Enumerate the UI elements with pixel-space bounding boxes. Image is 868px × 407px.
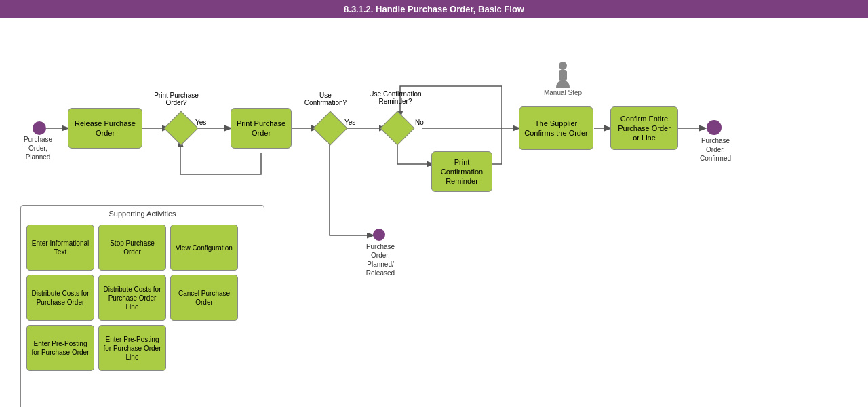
- diamond-use-conf-rem-label: Use Confirmation Reminder?: [365, 90, 426, 105]
- sup-enter-pre-posting-po[interactable]: Enter Pre-Posting for Purchase Order: [26, 325, 94, 371]
- manual-step-container: Manual Step: [542, 60, 583, 96]
- diagram-area: Purchase Order, Planned Release Purchase…: [0, 18, 868, 405]
- diamond-use-conf-label: Use Confirmation?: [298, 92, 353, 106]
- sup-distribute-costs-po-line[interactable]: Distribute Costs for Purchase Order Line: [98, 275, 166, 321]
- state-po-planned-released: Purchase Order, Planned/ Released: [357, 242, 404, 277]
- title-text: 8.3.1.2. Handle Purchase Order, Basic Fl…: [344, 4, 524, 14]
- node-release-po[interactable]: Release Purchase Order: [68, 108, 142, 149]
- svg-point-8: [559, 62, 567, 70]
- start-circle: [33, 121, 46, 135]
- svg-rect-9: [559, 70, 567, 81]
- sup-stop-po[interactable]: Stop Purchase Order: [98, 225, 166, 271]
- diamond-use-conf-q: [313, 111, 348, 146]
- sup-empty: [170, 325, 238, 371]
- sup-cancel-po[interactable]: Cancel Purchase Order: [170, 275, 238, 321]
- sup-enter-pre-posting-po-line[interactable]: Enter Pre-Posting for Purchase Order Lin…: [98, 325, 166, 371]
- end-circle: [707, 120, 722, 135]
- node-confirm-entire[interactable]: Confirm Entire Purchase Order or Line: [610, 106, 678, 150]
- diamond-print-label: Print Purchase Order?: [149, 92, 203, 106]
- node-supplier-confirms[interactable]: The Supplier Confirms the Order: [519, 106, 593, 150]
- node-print-conf-reminder[interactable]: Print Confirmation Reminder: [431, 151, 492, 192]
- sup-distribute-costs-po[interactable]: Distribute Costs for Purchase Order: [26, 275, 94, 321]
- title-bar: 8.3.1.2. Handle Purchase Order, Basic Fl…: [0, 0, 868, 18]
- diamond-print-q: [164, 111, 199, 146]
- sup-enter-informational[interactable]: Enter Informational Text: [26, 225, 94, 271]
- supporting-title: Supporting Activities: [21, 210, 264, 218]
- state-po-planned: Purchase Order, Planned: [18, 135, 58, 161]
- sup-view-config[interactable]: View Configuration: [170, 225, 238, 271]
- state-po-confirmed: Purchase Order, Confirmed: [692, 136, 739, 163]
- diamond-yes2-label: Yes: [344, 119, 355, 126]
- intermediate-circle: [373, 229, 385, 241]
- diamond-use-conf-rem-q: [380, 111, 415, 146]
- diamond-yes1-label: Yes: [195, 119, 206, 126]
- supporting-grid: Enter Informational Text Stop Purchase O…: [21, 220, 264, 375]
- manual-step-label: Manual Step: [542, 89, 583, 96]
- diamond-no1-label: No: [415, 119, 424, 126]
- node-print-po[interactable]: Print Purchase Order: [231, 108, 292, 149]
- supporting-activities-box: Supporting Activities Enter Informationa…: [20, 205, 264, 407]
